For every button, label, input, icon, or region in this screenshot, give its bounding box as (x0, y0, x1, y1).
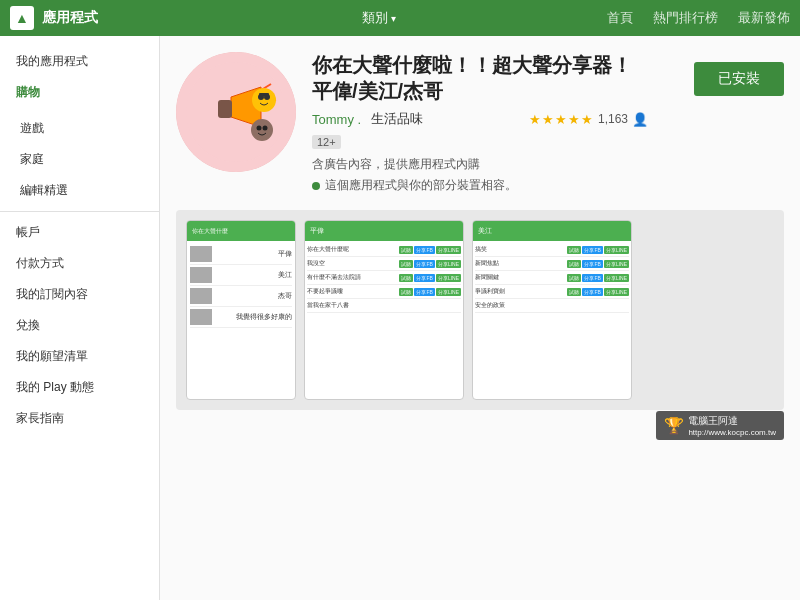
nav-trending[interactable]: 熱門排行榜 (653, 9, 718, 27)
sidebar-section-account: 帳戶 付款方式 我的訂閱內容 兌換 我的願望清單 我的 Play 動態 家長指南 (0, 217, 159, 434)
ss2-row-5: 當我在家干八書 (307, 299, 461, 313)
ss3-btn-line4: 分享LINE (604, 288, 629, 296)
ss3-row-4: 爭議利寶劍 試聽 分享FB 分享LINE (475, 285, 629, 299)
watermark-icon: 🏆 (664, 416, 684, 435)
sidebar-item-payment[interactable]: 付款方式 (0, 248, 159, 279)
ss3-row-5: 安全的政策 (475, 299, 629, 313)
description-text: 輕鬆 在Line 和 Facebook 分享 超狂語音 !! 不要去爭議嘍~ (186, 408, 774, 410)
ss2-btn-trial2: 試聽 (399, 260, 413, 268)
app-icon (176, 52, 296, 172)
ss2-row-2: 我沒空 試聽 分享FB 分享LINE (307, 257, 461, 271)
ss3-body: 搞笑 試聽 分享FB 分享LINE 新聞焦點 試聽 分享FB (473, 241, 631, 315)
sidebar-item-redeem[interactable]: 兌換 (0, 310, 159, 341)
watermark: 🏆 電腦王阿達 http://www.kocpc.com.tw (656, 411, 784, 440)
nav-new[interactable]: 最新發佈 (738, 9, 790, 27)
top-bar-title: 應用程式 (42, 9, 98, 27)
compat-dot (312, 182, 320, 190)
ss2-body: 你在大聲什麼呢 試聽 分享FB 分享LINE 我沒空 試聽 分享FB (305, 241, 463, 315)
rating-person-icon: 👤 (632, 112, 648, 127)
sidebar-item-wishlist[interactable]: 我的願望清單 (0, 341, 159, 372)
app-header: 你在大聲什麼啦！！超大聲分享器！平偉/美江/杰哥 Tommy . 生活品味 ★★… (176, 52, 784, 194)
main-layout: 我的應用程式 購物 遊戲 家庭 編輯精選 帳戶 付款方式 我的訂閱內容 兌換 我… (0, 36, 800, 600)
svg-rect-9 (259, 93, 269, 96)
ss3-btn-fb4: 分享FB (582, 288, 602, 296)
screenshots-area: 你在大聲什麼 平偉 美江 杰哥 (176, 210, 784, 410)
ss2-btn-line3: 分享LINE (436, 274, 461, 282)
svg-point-6 (252, 88, 276, 112)
svg-point-11 (257, 126, 262, 131)
sidebar-divider-1 (0, 211, 159, 212)
ss3-btn-trial1: 試聽 (567, 246, 581, 254)
sidebar-item-editors-choice[interactable]: 編輯精選 (0, 175, 159, 206)
top-nav: 類別 ▾ 首頁 熱門排行榜 最新發佈 (170, 9, 790, 27)
ss2-btn-trial: 試聽 (399, 246, 413, 254)
ss2-btn-trial4: 試聽 (399, 288, 413, 296)
app-info: 你在大聲什麼啦！！超大聲分享器！平偉/美江/杰哥 Tommy . 生活品味 ★★… (312, 52, 648, 194)
ss3-btn-line1: 分享LINE (604, 246, 629, 254)
ss1-row-2: 美江 (190, 265, 292, 286)
ss2-row-1: 你在大聲什麼呢 試聽 分享FB 分享LINE (307, 243, 461, 257)
compat-text: 這個應用程式與你的部分裝置相容。 (325, 177, 517, 194)
ss2-header: 平偉 (310, 226, 324, 236)
desc-line-1: 輕鬆 在Line 和 Facebook (186, 408, 774, 410)
ss2-btn-line4: 分享LINE (436, 288, 461, 296)
ss3-btn-line3: 分享LINE (604, 274, 629, 282)
svg-rect-2 (218, 100, 232, 118)
watermark-url: http://www.kocpc.com.tw (688, 428, 776, 437)
sidebar-item-family[interactable]: 家庭 (0, 144, 159, 175)
app-category[interactable]: 生活品味 (371, 110, 423, 128)
sidebar-section-main: 我的應用程式 購物 (0, 46, 159, 108)
compat-row: 這個應用程式與你的部分裝置相容。 (312, 177, 648, 194)
ss2-row-3: 有什麼不滿去法院請 試聽 分享FB 分享LINE (307, 271, 461, 285)
app-title: 你在大聲什麼啦！！超大聲分享器！平偉/美江/杰哥 (312, 52, 648, 104)
ss3-row-2: 新聞焦點 試聽 分享FB 分享LINE (475, 257, 629, 271)
ss3-row-1: 搞笑 試聽 分享FB 分享LINE (475, 243, 629, 257)
sidebar-item-my-apps[interactable]: 我的應用程式 (0, 46, 159, 77)
screenshot-3: 美江 搞笑 試聽 分享FB 分享LINE 新聞焦點 (472, 220, 632, 400)
ss1-header: 你在大聲什麼 (192, 227, 228, 236)
chevron-down-icon: ▾ (391, 13, 396, 24)
ss3-row-3: 新聞關鍵 試聽 分享FB 分享LINE (475, 271, 629, 285)
sidebar-item-shopping[interactable]: 購物 (0, 77, 159, 108)
ss1-body: 平偉 美江 杰哥 我覺得很多好康的 (187, 241, 295, 331)
sidebar-item-account[interactable]: 帳戶 (0, 217, 159, 248)
ss3-btn-line2: 分享LINE (604, 260, 629, 268)
ss3-btn-fb1: 分享FB (582, 246, 602, 254)
stars: ★★★★★ (529, 112, 594, 127)
sidebar: 我的應用程式 購物 遊戲 家庭 編輯精選 帳戶 付款方式 我的訂閱內容 兌換 我… (0, 36, 160, 600)
ss1-row-4: 我覺得很多好康的 (190, 307, 292, 328)
ss2-btn-fb4: 分享FB (414, 288, 434, 296)
ss2-btn-fb3: 分享FB (414, 274, 434, 282)
ss3-btn-fb2: 分享FB (582, 260, 602, 268)
app-author[interactable]: Tommy . (312, 112, 361, 127)
app-meta: Tommy . 生活品味 ★★★★★ 1,163 👤 (312, 110, 648, 128)
svg-point-12 (263, 126, 268, 131)
ss3-btn-trial2: 試聽 (567, 260, 581, 268)
ss3-btn-trial3: 試聽 (567, 274, 581, 282)
age-badge: 12+ (312, 135, 341, 149)
nav-category[interactable]: 類別 ▾ (170, 9, 587, 27)
sidebar-item-parental-guide[interactable]: 家長指南 (0, 403, 159, 434)
sidebar-section-categories: 遊戲 家庭 編輯精選 (0, 113, 159, 206)
sidebar-item-games[interactable]: 遊戲 (0, 113, 159, 144)
ss2-btn-share-line: 分享LINE (436, 246, 461, 254)
rating-container: ★★★★★ 1,163 👤 (529, 112, 648, 127)
android-icon: ▲ (10, 6, 34, 30)
ss2-btn-share-fb: 分享FB (414, 246, 434, 254)
ss2-btn-fb2: 分享FB (414, 260, 434, 268)
ss3-btn-trial4: 試聽 (567, 288, 581, 296)
nav-home[interactable]: 首頁 (607, 9, 633, 27)
app-icon-svg (186, 62, 286, 162)
screenshot-2: 平偉 你在大聲什麼呢 試聽 分享FB 分享LINE 我沒空 (304, 220, 464, 400)
top-bar: ▲ 應用程式 類別 ▾ 首頁 熱門排行榜 最新發佈 (0, 0, 800, 36)
ss2-row-4: 不要起爭議嘍 試聽 分享FB 分享LINE (307, 285, 461, 299)
top-bar-left: ▲ 應用程式 (10, 6, 170, 30)
app-right: 已安裝 (664, 52, 784, 194)
ss2-btn-trial3: 試聽 (399, 274, 413, 282)
install-button[interactable]: 已安裝 (694, 62, 784, 96)
rating-count: 1,163 (598, 112, 628, 126)
ss3-btn-fb3: 分享FB (582, 274, 602, 282)
sidebar-item-play-activity[interactable]: 我的 Play 動態 (0, 372, 159, 403)
sidebar-item-subscriptions[interactable]: 我的訂閱內容 (0, 279, 159, 310)
ss1-row-3: 杰哥 (190, 286, 292, 307)
